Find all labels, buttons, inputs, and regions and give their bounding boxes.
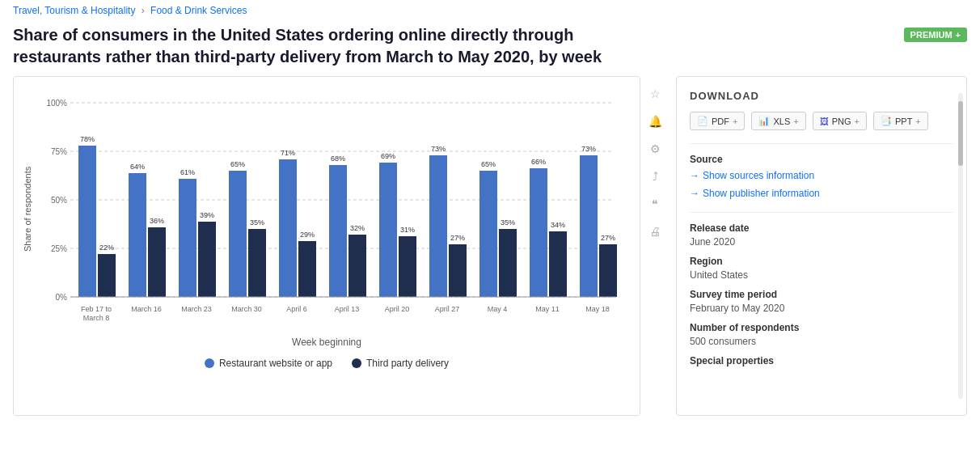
respondents-section: Number of respondents 500 consumers [690, 322, 953, 347]
svg-text:100%: 100% [46, 99, 67, 108]
svg-text:35%: 35% [501, 218, 515, 227]
svg-text:75%: 75% [51, 147, 67, 156]
download-ppt-button[interactable]: 📑 PPT + [873, 112, 928, 130]
legend-dot-blue [205, 358, 214, 368]
legend-item-dark: Third party delivery [352, 358, 449, 369]
scrollbar-track[interactable] [958, 93, 963, 399]
svg-text:69%: 69% [381, 152, 395, 160]
ppt-plus: + [915, 116, 920, 126]
svg-text:March 23: March 23 [181, 305, 212, 313]
svg-rect-10 [78, 146, 96, 297]
premium-badge[interactable]: PREMIUM + [904, 28, 967, 42]
breadcrumb-parent[interactable]: Travel, Tourism & Hospitality [13, 5, 135, 16]
y-axis-label: Share of respondents [20, 87, 35, 332]
svg-text:April 13: April 13 [335, 305, 360, 313]
svg-rect-27 [298, 241, 316, 297]
svg-text:32%: 32% [350, 224, 365, 232]
svg-text:22%: 22% [99, 244, 114, 252]
svg-text:73%: 73% [431, 145, 446, 153]
breadcrumb: Travel, Tourism & Hospitality › Food & D… [0, 0, 980, 21]
star-button[interactable]: ☆ [645, 84, 665, 104]
premium-label: PREMIUM [910, 30, 953, 40]
release-date-label: Release date [690, 222, 953, 234]
svg-rect-22 [229, 171, 247, 297]
pdf-plus: + [733, 116, 737, 126]
header-row: Share of consumers in the United States … [0, 21, 980, 76]
show-publisher-link[interactable]: Show publisher information [690, 185, 953, 203]
download-title: DOWNLOAD [690, 90, 953, 102]
chart-area: Share of respondents 100% 75% 50% 25% 0 [13, 76, 640, 416]
chart-inner: 100% 75% 50% 25% 0% 78% 22% 64% 36% [38, 87, 633, 332]
survey-period-value: February to May 2020 [690, 303, 953, 314]
print-button[interactable]: 🖨 [645, 222, 665, 241]
show-sources-link[interactable]: Show sources information [690, 167, 953, 185]
svg-text:35%: 35% [250, 218, 264, 227]
svg-rect-38 [429, 155, 447, 297]
svg-text:April 20: April 20 [385, 305, 410, 313]
survey-period-section: Survey time period February to May 2020 [690, 289, 953, 314]
svg-text:27%: 27% [450, 234, 465, 242]
svg-text:34%: 34% [551, 221, 565, 229]
svg-rect-46 [530, 168, 547, 297]
respondents-label: Number of respondents [690, 322, 953, 333]
source-section: Source Show sources information Show pub… [690, 154, 953, 202]
svg-text:0%: 0% [56, 293, 68, 302]
bar-chart-svg: 100% 75% 50% 25% 0% 78% 22% 64% 36% [38, 87, 620, 329]
svg-text:65%: 65% [230, 160, 245, 168]
chart-legend: Restaurant website or app Third party de… [20, 358, 633, 369]
xls-label: XLS [773, 116, 790, 126]
ppt-icon: 📑 [881, 116, 892, 126]
survey-period-label: Survey time period [690, 289, 953, 300]
main-content: Share of respondents 100% 75% 50% 25% 0 [0, 76, 980, 416]
svg-text:May 11: May 11 [535, 305, 560, 313]
pdf-icon: 📄 [697, 116, 708, 126]
share-button[interactable]: ⤴ [645, 167, 665, 186]
xls-icon: 📊 [758, 116, 770, 126]
download-pdf-button[interactable]: 📄 PDF + [690, 112, 745, 130]
download-xls-button[interactable]: 📊 XLS + [751, 112, 805, 130]
pdf-label: PDF [712, 116, 729, 126]
svg-text:March 16: March 16 [131, 305, 162, 313]
divider-1 [690, 143, 953, 144]
icon-buttons-column: ☆ 🔔 ⚙ ⤴ ❝ 🖨 [640, 76, 670, 416]
region-section: Region United States [690, 256, 953, 281]
release-date-section: Release date June 2020 [690, 222, 953, 248]
svg-rect-51 [599, 244, 617, 297]
special-label: Special properties [690, 355, 953, 366]
svg-rect-39 [449, 244, 467, 297]
png-plus: + [855, 116, 860, 126]
region-label: Region [690, 256, 953, 267]
scrollbar-thumb[interactable] [958, 101, 963, 166]
download-buttons: 📄 PDF + 📊 XLS + 🖼 PNG + 📑 PPT + [690, 112, 953, 130]
svg-text:29%: 29% [300, 231, 315, 239]
svg-rect-47 [549, 231, 567, 297]
svg-rect-15 [148, 227, 166, 297]
svg-text:31%: 31% [400, 226, 415, 234]
bell-button[interactable]: 🔔 [645, 112, 665, 131]
svg-text:April 6: April 6 [286, 305, 307, 313]
sidebar: DOWNLOAD 📄 PDF + 📊 XLS + 🖼 PNG + 📑 PPT + [676, 76, 967, 416]
breadcrumb-current[interactable]: Food & Drink Services [150, 5, 247, 16]
breadcrumb-separator: › [142, 5, 145, 16]
svg-text:27%: 27% [601, 234, 615, 242]
svg-rect-23 [248, 229, 266, 297]
svg-rect-42 [479, 171, 497, 297]
svg-text:March 8: March 8 [83, 314, 110, 322]
download-png-button[interactable]: 🖼 PNG + [813, 112, 867, 130]
xls-plus: + [793, 116, 798, 126]
quote-button[interactable]: ❝ [645, 194, 665, 214]
svg-rect-35 [399, 236, 416, 297]
svg-text:68%: 68% [331, 155, 345, 163]
svg-rect-50 [580, 155, 598, 297]
svg-text:71%: 71% [281, 149, 295, 157]
chart-container: Share of respondents 100% 75% 50% 25% 0 [20, 87, 633, 332]
source-label: Source [690, 154, 953, 165]
region-value: United States [690, 269, 953, 281]
svg-text:May 18: May 18 [585, 305, 610, 313]
svg-rect-30 [329, 165, 347, 297]
legend-label-dark: Third party delivery [366, 358, 449, 369]
png-label: PNG [832, 116, 851, 126]
gear-button[interactable]: ⚙ [645, 139, 665, 159]
svg-rect-34 [379, 163, 397, 297]
svg-text:Feb 17 to: Feb 17 to [81, 305, 112, 313]
